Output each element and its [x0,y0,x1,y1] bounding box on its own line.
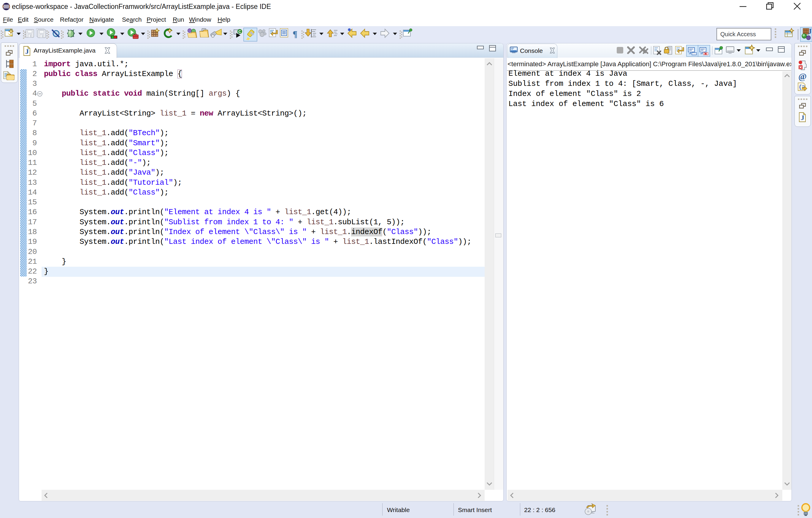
svg-text:C: C [238,29,241,34]
svg-text:J: J [25,48,29,55]
svg-text:@: @ [799,71,807,81]
svg-text:¶: ¶ [293,29,297,38]
svg-text:J: J [801,114,804,121]
svg-text:J: J [808,27,812,36]
